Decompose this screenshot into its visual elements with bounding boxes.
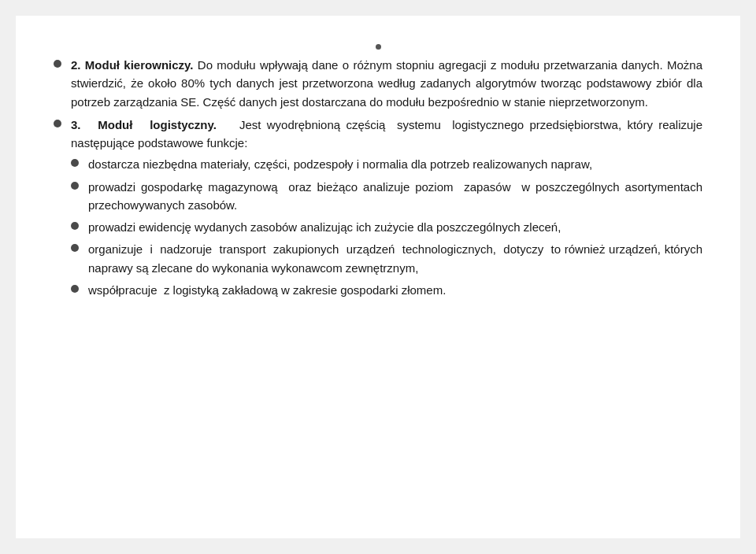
bullet-icon [71, 285, 79, 293]
list-item: współpracuje z logistyką zakładową w zak… [71, 281, 702, 299]
sub-item-1: dostarcza niezbędna materiały, części, p… [88, 155, 702, 173]
item-3-text: 3. Moduł logistyczny. Jest wyodrębnioną … [71, 116, 702, 303]
sub-item-3: prowadzi ewidencję wydanych zasobów anal… [88, 218, 702, 236]
bullet-icon [71, 244, 79, 252]
list-item: prowadzi ewidencję wydanych zasobów anal… [71, 218, 702, 236]
list-item: organizuje i nadzoruje transport zakupio… [71, 240, 702, 277]
section-2-number: 2. Moduł kierowniczy. [71, 58, 193, 72]
slide: 2. Moduł kierowniczy. Do modułu wpływają… [16, 16, 740, 538]
content-area: 2. Moduł kierowniczy. Do modułu wpływają… [54, 56, 702, 303]
bullet-icon [71, 182, 79, 190]
list-item: dostarcza niezbędna materiały, części, p… [71, 155, 702, 173]
list-item: 2. Moduł kierowniczy. Do modułu wpływają… [54, 56, 702, 111]
bullet-icon [54, 120, 61, 127]
sub-item-2: prowadzi gospodarkę magazynową oraz bież… [88, 178, 702, 215]
list-item: prowadzi gospodarkę magazynową oraz bież… [71, 178, 702, 215]
sub-item-5: współpracuje z logistyką zakładową w zak… [88, 281, 702, 299]
bullet-icon [71, 159, 79, 167]
bullet-icon [54, 60, 61, 68]
top-decoration [54, 44, 702, 50]
main-list: 2. Moduł kierowniczy. Do modułu wpływają… [54, 56, 702, 303]
bullet-icon [71, 222, 79, 230]
sub-list: dostarcza niezbędna materiały, części, p… [71, 155, 702, 299]
section-3-number: 3. Moduł logistyczny. [71, 118, 217, 131]
item-2-text: 2. Moduł kierowniczy. Do modułu wpływają… [71, 56, 702, 111]
sub-item-4: organizuje i nadzoruje transport zakupio… [88, 240, 702, 277]
list-item: 3. Moduł logistyczny. Jest wyodrębnioną … [54, 116, 702, 303]
